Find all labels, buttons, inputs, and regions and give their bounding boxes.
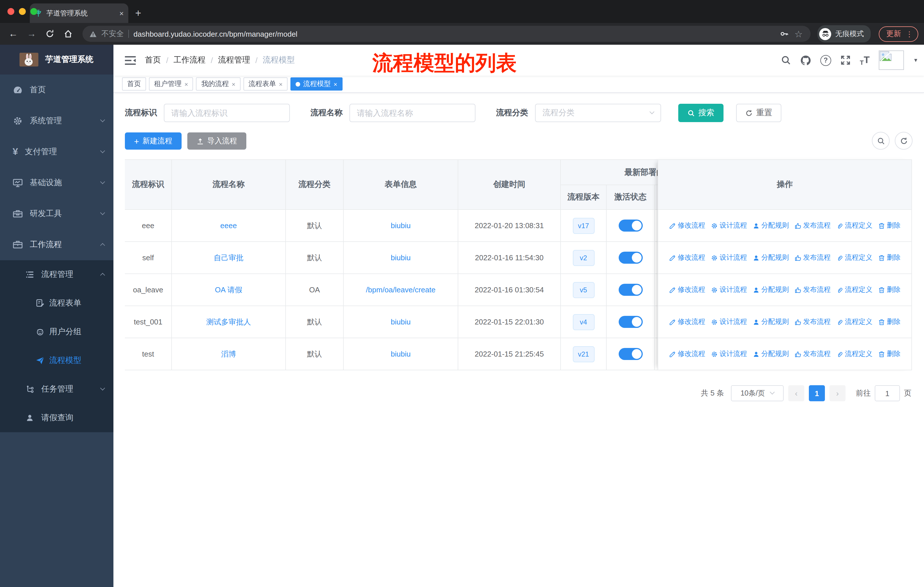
hamburger-icon[interactable] xyxy=(119,55,142,65)
prev-page-button[interactable]: ‹ xyxy=(788,385,804,401)
breadcrumb-item[interactable]: 首页 xyxy=(145,55,161,65)
back-icon[interactable]: ← xyxy=(6,26,21,41)
process-definition-link[interactable]: 流程定义 xyxy=(837,349,873,359)
current-page-button[interactable]: 1 xyxy=(809,385,825,401)
browser-menu-icon[interactable]: ⋮ xyxy=(906,30,913,38)
bookmark-star-icon[interactable]: ☆ xyxy=(794,26,804,41)
sidebar-item-process-model[interactable]: 流程模型 xyxy=(0,346,114,375)
reset-button[interactable]: 重置 xyxy=(736,104,781,122)
goto-page-input[interactable] xyxy=(875,385,900,401)
sidebar-item-user-group[interactable]: 用户分组 xyxy=(0,317,114,346)
process-name-link[interactable]: eeee xyxy=(220,221,237,230)
new-tab-button[interactable]: + xyxy=(135,7,141,20)
security-label[interactable]: 不安全 xyxy=(101,29,124,39)
sidebar-item-home[interactable]: 首页 xyxy=(0,74,114,106)
minimize-window-button[interactable] xyxy=(19,8,26,15)
close-icon[interactable]: × xyxy=(334,81,337,88)
sidebar-item-system[interactable]: 系统管理 xyxy=(0,106,114,136)
process-definition-link[interactable]: 流程定义 xyxy=(837,221,873,230)
tag-my-process[interactable]: 我的流程 × xyxy=(196,78,241,91)
sidebar-item-infra[interactable]: 基础设施 xyxy=(0,167,114,198)
page-size-select[interactable]: 10条/页 xyxy=(731,385,784,401)
edit-process-link[interactable]: 修改流程 xyxy=(669,349,705,359)
browser-update-button[interactable]: 更新 ⋮ xyxy=(879,26,918,41)
edit-process-link[interactable]: 修改流程 xyxy=(669,221,705,230)
github-icon[interactable] xyxy=(800,55,811,66)
active-toggle[interactable] xyxy=(619,316,642,328)
edit-process-link[interactable]: 修改流程 xyxy=(669,285,705,294)
fullscreen-icon[interactable] xyxy=(840,55,851,65)
process-name-link[interactable]: 自己审批 xyxy=(214,253,243,263)
sidebar-item-workflow[interactable]: 工作流程 xyxy=(0,229,114,260)
refresh-icon[interactable] xyxy=(895,132,912,150)
import-process-button[interactable]: 导入流程 xyxy=(187,132,246,150)
tag-home[interactable]: 首页 xyxy=(122,78,146,91)
assign-rule-link[interactable]: 分配规则 xyxy=(753,253,789,263)
active-toggle[interactable] xyxy=(619,348,642,360)
close-window-button[interactable] xyxy=(7,8,14,15)
tag-process-form[interactable]: 流程表单 × xyxy=(243,78,288,91)
design-process-link[interactable]: 设计流程 xyxy=(711,221,747,230)
delete-link[interactable]: 删除 xyxy=(878,285,901,294)
search-icon[interactable] xyxy=(781,55,791,65)
delete-link[interactable]: 删除 xyxy=(878,221,901,230)
form-info-link[interactable]: biubiu xyxy=(391,221,411,230)
sidebar-item-process-form[interactable]: 流程表单 xyxy=(0,289,114,317)
form-info-link[interactable]: biubiu xyxy=(391,253,411,262)
tab-close-icon[interactable]: × xyxy=(119,9,124,18)
sidebar-item-payment[interactable]: ¥ 支付管理 xyxy=(0,136,114,167)
sidebar-logo-row[interactable]: 芋道管理系统 xyxy=(0,45,114,74)
url-text[interactable]: dashboard.yudao.iocoder.cn/bpm/manager/m… xyxy=(134,30,775,38)
active-toggle[interactable] xyxy=(619,284,642,296)
create-process-button[interactable]: + 新建流程 xyxy=(125,132,182,150)
process-name-input[interactable] xyxy=(350,104,475,122)
publish-process-link[interactable]: 发布流程 xyxy=(795,317,831,327)
tag-tenant[interactable]: 租户管理 × xyxy=(149,78,193,91)
close-icon[interactable]: × xyxy=(279,81,283,88)
assign-rule-link[interactable]: 分配规则 xyxy=(753,317,789,327)
assign-rule-link[interactable]: 分配规则 xyxy=(753,349,789,359)
breadcrumb-item[interactable]: 流程管理 xyxy=(218,55,250,65)
assign-rule-link[interactable]: 分配规则 xyxy=(753,285,789,294)
key-icon[interactable] xyxy=(780,29,789,38)
maximize-window-button[interactable] xyxy=(30,8,37,15)
form-info-link[interactable]: biubiu xyxy=(391,350,411,358)
edit-process-link[interactable]: 修改流程 xyxy=(669,317,705,327)
sidebar-item-task-mgmt[interactable]: 任务管理 xyxy=(0,375,114,403)
next-page-button[interactable]: › xyxy=(830,385,845,401)
process-name-link[interactable]: OA 请假 xyxy=(215,284,242,295)
publish-process-link[interactable]: 发布流程 xyxy=(795,221,831,230)
process-definition-link[interactable]: 流程定义 xyxy=(837,285,873,294)
design-process-link[interactable]: 设计流程 xyxy=(711,349,747,359)
search-button[interactable]: 搜索 xyxy=(678,104,723,122)
process-key-input[interactable] xyxy=(164,104,290,122)
close-icon[interactable]: × xyxy=(185,81,188,88)
delete-link[interactable]: 删除 xyxy=(878,253,901,263)
avatar[interactable] xyxy=(879,50,904,70)
design-process-link[interactable]: 设计流程 xyxy=(711,285,747,294)
publish-process-link[interactable]: 发布流程 xyxy=(795,349,831,359)
active-toggle[interactable] xyxy=(619,220,642,231)
browser-tab[interactable]: 芋道管理系统 × xyxy=(30,3,128,23)
publish-process-link[interactable]: 发布流程 xyxy=(795,285,831,294)
sidebar-item-devtools[interactable]: 研发工具 xyxy=(0,198,114,229)
design-process-link[interactable]: 设计流程 xyxy=(711,317,747,327)
breadcrumb-item[interactable]: 工作流程 xyxy=(173,55,206,65)
process-definition-link[interactable]: 流程定义 xyxy=(837,253,873,263)
close-icon[interactable]: × xyxy=(232,81,236,88)
active-toggle[interactable] xyxy=(619,251,642,264)
toggle-search-icon[interactable] xyxy=(872,132,889,150)
category-select[interactable]: 流程分类 xyxy=(535,104,661,122)
forward-icon[interactable]: → xyxy=(24,26,39,41)
assign-rule-link[interactable]: 分配规则 xyxy=(753,221,789,230)
sidebar-item-process-mgmt[interactable]: 流程管理 xyxy=(0,260,114,289)
form-info-link[interactable]: biubiu xyxy=(391,317,411,326)
sidebar-item-leave-query[interactable]: 请假查询 xyxy=(0,403,114,432)
reload-icon[interactable] xyxy=(42,26,57,41)
font-size-icon[interactable]: TT xyxy=(860,55,870,66)
form-info-link[interactable]: /bpm/oa/leave/create xyxy=(366,286,436,294)
process-definition-link[interactable]: 流程定义 xyxy=(837,317,873,327)
home-icon[interactable] xyxy=(61,26,76,41)
process-name-link[interactable]: 测试多审批人 xyxy=(206,317,251,327)
delete-link[interactable]: 删除 xyxy=(878,349,901,359)
